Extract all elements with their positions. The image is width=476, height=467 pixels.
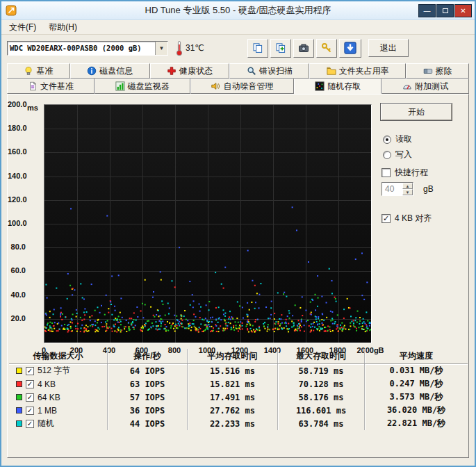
title-bar: HD Tune 专业版 5.50 - 硬盘/固态硬盘实用程序 — ✕: [1, 1, 475, 20]
chevron-down-icon[interactable]: ▼: [155, 42, 167, 55]
iops-cell: 36 IOPS: [108, 404, 188, 417]
toolbar: WDC WD20EARX-00PASB0 (2000 gB) ▼ 31℃ 退出: [1, 35, 475, 61]
download-icon: [344, 42, 356, 54]
tab-aam[interactable]: 自动噪音管理: [190, 79, 295, 94]
app-icon: [6, 5, 17, 16]
series-label-cell: ✓4 KB: [9, 377, 108, 391]
tab-erase[interactable]: 擦除: [406, 63, 469, 79]
copy-add-button[interactable]: [270, 39, 291, 58]
align-4kb-label: 4 KB 对齐: [395, 213, 432, 224]
tab-random-access-label: 随机存取: [327, 81, 361, 92]
tab-row-1: 基准磁盘信息健康状态错误扫描文件夹占用率擦除: [7, 63, 469, 79]
copy-button[interactable]: [247, 39, 268, 58]
scatter-icon: [315, 81, 325, 91]
results-table-header: 传输数据大小操作/秒平均存取时间最大存取时间平均速度: [9, 349, 468, 364]
series-checkbox[interactable]: ✓: [26, 393, 34, 402]
table-row: ✓512 字节64 IOPS15.516 ms58.719 ms0.031 MB…: [9, 364, 468, 377]
tab-extra-tests-label: 附加测试: [415, 81, 448, 92]
keys-button[interactable]: [316, 39, 337, 58]
speaker-icon: [211, 81, 220, 91]
menu-file[interactable]: 文件(F): [3, 20, 42, 35]
short-stroke-size-value: 40: [382, 183, 402, 195]
tab-disk-info[interactable]: 磁盘信息: [70, 63, 150, 79]
iops-cell: 57 IOPS: [108, 391, 188, 404]
series-checkbox[interactable]: ✓: [26, 380, 34, 388]
tabs: 基准磁盘信息健康状态错误扫描文件夹占用率擦除 文件基准磁盘监视器自动噪音管理随机…: [1, 63, 475, 94]
table-row: ✓64 KB57 IOPS17.491 ms58.176 ms3.573 MB/…: [9, 391, 468, 404]
tab-file-benchmark[interactable]: 文件基准: [7, 79, 95, 94]
copy-icon: [252, 42, 263, 54]
maximize-icon: [443, 8, 448, 13]
results-table: 传输数据大小操作/秒平均存取时间最大存取时间平均速度 ✓512 字节64 IOP…: [9, 349, 468, 430]
file-icon: [28, 81, 38, 91]
y-tick-label: 140.0: [8, 172, 26, 180]
folder-icon: [327, 66, 336, 76]
results-header-cell: 传输数据大小: [9, 349, 108, 363]
write-radio[interactable]: [383, 151, 391, 159]
max-access-time-cell: 63.784 ms: [278, 417, 365, 430]
tab-health[interactable]: 健康状态: [150, 63, 230, 79]
iops-cell: 64 IOPS: [108, 364, 188, 377]
exit-button[interactable]: 退出: [368, 39, 409, 57]
window-title: HD Tune 专业版 5.50 - 硬盘/固态硬盘实用程序: [1, 4, 475, 17]
scatter-plot: [44, 104, 372, 343]
short-stroke-unit-label: gB: [423, 184, 434, 194]
tab-folder-usage[interactable]: 文件夹占用率: [309, 63, 406, 79]
align-4kb-checkbox[interactable]: ✓: [381, 214, 391, 223]
series-label: 随机: [38, 418, 54, 429]
avg-access-time-cell: 15.821 ms: [188, 377, 278, 391]
read-radio[interactable]: [383, 136, 391, 144]
copy-add-icon: [275, 42, 286, 54]
series-checkbox[interactable]: ✓: [26, 407, 34, 415]
y-tick-label: 20.0: [8, 314, 26, 322]
read-radio-label: 读取: [395, 133, 412, 145]
menu-help[interactable]: 帮助(H): [42, 20, 83, 35]
series-color-swatch: [16, 381, 22, 387]
hd-tune-window: HD Tune 专业版 5.50 - 硬盘/固态硬盘实用程序 — ✕ 文件(F)…: [0, 0, 476, 467]
bar-chart-icon: [115, 81, 125, 91]
series-color-swatch: [16, 407, 22, 413]
short-stroke-size-field[interactable]: 40 ▲ ▼: [381, 182, 413, 196]
results-header-cell: 操作/秒: [108, 349, 188, 363]
series-color-swatch: [16, 368, 22, 374]
temperature-label: 31℃: [186, 43, 204, 53]
avg-access-time-cell: 22.233 ms: [188, 417, 278, 430]
short-stroke-checkbox[interactable]: [381, 168, 391, 177]
series-label-cell: ✓随机: [9, 417, 108, 430]
short-stroke-label: 快捷行程: [395, 167, 428, 179]
y-axis-unit-label: ms: [27, 104, 38, 112]
drive-select[interactable]: WDC WD20EARX-00PASB0 (2000 gB) ▼: [7, 41, 168, 56]
series-checkbox[interactable]: ✓: [26, 420, 34, 428]
close-button[interactable]: ✕: [454, 4, 472, 17]
table-row: ✓4 KB63 IOPS15.821 ms70.128 ms0.247 MB/秒: [9, 377, 468, 391]
start-button[interactable]: 开始: [380, 103, 452, 121]
minimize-button[interactable]: —: [418, 4, 436, 17]
exit-button-label: 退出: [380, 42, 397, 54]
tab-benchmark[interactable]: 基准: [7, 63, 70, 79]
y-tick-label: 40.0: [8, 290, 26, 299]
maximize-button[interactable]: [436, 4, 454, 17]
avg-speed-cell: 22.821 MB/秒: [365, 417, 468, 430]
keys-icon: [321, 42, 332, 54]
tab-aam-label: 自动噪音管理: [223, 81, 273, 92]
camera-button[interactable]: [293, 39, 314, 58]
iops-cell: 44 IOPS: [108, 417, 188, 430]
avg-speed-cell: 0.247 MB/秒: [365, 377, 468, 391]
spin-up-icon[interactable]: ▲: [402, 183, 413, 189]
table-row: ✓1 MB36 IOPS27.762 ms116.601 ms36.020 MB…: [9, 404, 468, 417]
tab-error-scan[interactable]: 错误扫描: [229, 63, 309, 79]
table-row: ✓随机44 IOPS22.233 ms63.784 ms22.821 MB/秒: [9, 417, 468, 430]
thermometer-icon: [175, 40, 183, 56]
results-header-cell: 最大存取时间: [278, 349, 365, 363]
avg-speed-cell: 0.031 MB/秒: [365, 364, 468, 377]
download-button[interactable]: [339, 39, 361, 58]
y-tick-label: 120.0: [8, 195, 26, 204]
series-checkbox[interactable]: ✓: [26, 367, 34, 375]
tab-extra-tests[interactable]: 附加测试: [381, 79, 469, 94]
tab-disk-monitor[interactable]: 磁盘监视器: [95, 79, 190, 94]
tab-row-2: 文件基准磁盘监视器自动噪音管理随机存取附加测试: [7, 79, 469, 94]
spin-down-icon[interactable]: ▼: [402, 189, 413, 195]
tab-random-access[interactable]: 随机存取: [294, 79, 381, 94]
menu-bar: 文件(F)帮助(H): [1, 20, 475, 35]
write-radio-label: 写入: [395, 149, 412, 161]
